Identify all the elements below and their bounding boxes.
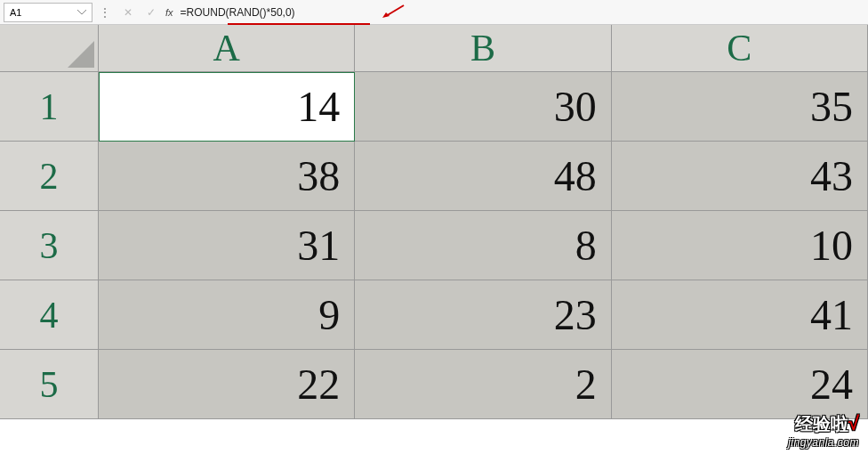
check-icon: √ xyxy=(848,412,859,434)
check-icon[interactable]: ✓ xyxy=(141,3,162,22)
cell-c5[interactable]: 24 xyxy=(612,350,868,419)
column-header-b[interactable]: B xyxy=(355,25,611,72)
chevron-down-icon[interactable] xyxy=(77,10,86,15)
cell-b5[interactable]: 2 xyxy=(355,350,611,419)
row-header-3[interactable]: 3 xyxy=(0,211,99,280)
watermark: 经验啦√ jingyanla.com xyxy=(788,412,859,449)
table-row: 1 14 30 35 xyxy=(0,72,868,142)
annotation-arrow-icon xyxy=(381,4,406,20)
annotation-underline xyxy=(228,23,370,25)
divider-icon: ⋮ xyxy=(94,3,116,22)
name-box[interactable]: A1 xyxy=(4,3,92,22)
cell-b1[interactable]: 30 xyxy=(355,72,611,142)
cell-c3[interactable]: 10 xyxy=(612,211,868,280)
table-row: 5 22 2 24 xyxy=(0,350,868,419)
cell-a1[interactable]: 14 xyxy=(99,72,355,142)
cancel-icon[interactable]: ✕ xyxy=(117,3,139,22)
row-header-4[interactable]: 4 xyxy=(0,280,99,350)
row-header-2[interactable]: 2 xyxy=(0,142,99,211)
cell-c2[interactable]: 43 xyxy=(612,142,868,211)
select-all-corner[interactable] xyxy=(0,25,99,72)
cell-c1[interactable]: 35 xyxy=(612,72,868,142)
column-header-a[interactable]: A xyxy=(99,25,355,72)
table-row: 3 31 8 10 xyxy=(0,211,868,280)
watermark-url: jingyanla.com xyxy=(788,436,859,449)
cell-a4[interactable]: 9 xyxy=(99,280,355,350)
cell-b3[interactable]: 8 xyxy=(355,211,611,280)
row-header-1[interactable]: 1 xyxy=(0,72,99,142)
column-header-c[interactable]: C xyxy=(612,25,868,72)
spreadsheet-grid: A B C 1 14 30 35 2 38 48 43 3 31 8 10 4 … xyxy=(0,25,868,419)
table-row: 2 38 48 43 xyxy=(0,142,868,211)
table-row: 4 9 23 41 xyxy=(0,280,868,350)
formula-input[interactable] xyxy=(177,3,864,22)
cell-reference: A1 xyxy=(10,7,77,18)
cell-b2[interactable]: 48 xyxy=(355,142,611,211)
fx-label[interactable]: fx xyxy=(165,7,173,18)
cell-a3[interactable]: 31 xyxy=(99,211,355,280)
cell-a5[interactable]: 22 xyxy=(99,350,355,419)
cell-a2[interactable]: 38 xyxy=(99,142,355,211)
cell-c4[interactable]: 41 xyxy=(612,280,868,350)
row-header-5[interactable]: 5 xyxy=(0,350,99,419)
column-header-row: A B C xyxy=(0,25,868,72)
formula-bar: A1 ⋮ ✕ ✓ fx xyxy=(0,0,868,25)
cell-b4[interactable]: 23 xyxy=(355,280,611,350)
watermark-text: 经验啦 xyxy=(795,414,848,434)
